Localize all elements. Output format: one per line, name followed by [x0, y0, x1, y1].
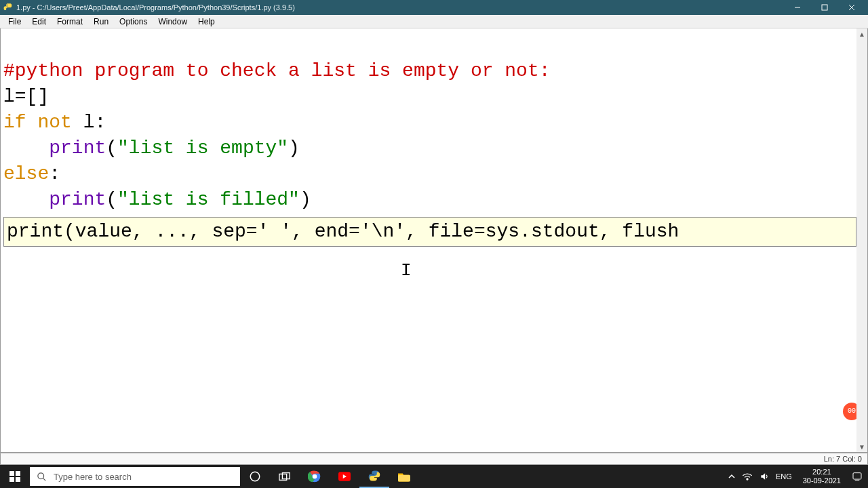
cortana-button[interactable]	[240, 465, 270, 488]
code-string: "list is empty"	[117, 138, 288, 159]
svg-rect-5	[9, 471, 14, 476]
volume-icon[interactable]	[760, 472, 769, 481]
code-editor[interactable]: #python program to check a list is empty…	[1, 28, 856, 452]
svg-rect-7	[9, 477, 14, 482]
code-keyword: if	[3, 112, 26, 133]
scroll-up-icon[interactable]: ▲	[856, 28, 867, 39]
code-keyword: not	[37, 112, 71, 133]
taskbar: Type here to search ENG 20:21 30-09-2021	[0, 465, 868, 488]
svg-point-0	[7, 4, 7, 5]
notifications-icon[interactable]	[852, 471, 863, 482]
tray-chevron-up-icon[interactable]	[728, 473, 735, 480]
svg-point-11	[250, 472, 260, 481]
taskbar-app-youtube[interactable]	[330, 465, 359, 488]
code-punc: (	[106, 189, 117, 210]
badge-text: 00	[848, 399, 856, 424]
menu-help[interactable]: Help	[193, 16, 220, 28]
code-indent	[3, 138, 49, 159]
svg-rect-8	[16, 477, 20, 482]
close-button[interactable]	[838, 0, 865, 15]
app-icon	[3, 2, 14, 13]
svg-rect-2	[822, 5, 827, 10]
task-view-button[interactable]	[270, 465, 300, 488]
scroll-down-icon[interactable]: ▼	[856, 441, 867, 452]
svg-point-18	[747, 479, 748, 480]
svg-point-9	[38, 472, 44, 479]
code-punc: =[]	[15, 86, 49, 107]
code-identifier: l	[3, 86, 15, 107]
code-punc: )	[288, 138, 300, 159]
code-punc: :	[94, 112, 106, 133]
editor-container: #python program to check a list is empty…	[0, 28, 868, 453]
code-punc: )	[300, 189, 311, 210]
search-placeholder: Type here to search	[54, 472, 132, 482]
title-bar: 1.py - C:/Users/Preet/AppData/Local/Prog…	[0, 0, 868, 15]
maximize-button[interactable]	[811, 0, 838, 15]
clock-date: 30-09-2021	[803, 476, 841, 485]
text-cursor-icon: I	[401, 258, 401, 278]
recording-badge: 00	[843, 403, 856, 420]
code-punc: (	[106, 138, 117, 159]
code-builtin: print	[49, 189, 106, 210]
status-bar: Ln: 7 Col: 0	[0, 453, 868, 465]
call-tip: print(value, ..., sep=' ', end='\n', fil…	[3, 217, 856, 247]
taskbar-app-chrome[interactable]	[300, 465, 330, 488]
svg-rect-6	[16, 471, 20, 476]
window-title: 1.py - C:/Users/Preet/AppData/Local/Prog…	[16, 3, 784, 12]
code-comment: #python program to check a list is empty…	[3, 60, 551, 81]
system-tray: ENG 20:21 30-09-2021	[723, 468, 868, 485]
svg-point-15	[313, 474, 317, 479]
svg-rect-17	[398, 475, 410, 482]
code-indent	[3, 189, 49, 210]
code-builtin: print	[49, 138, 106, 159]
language-indicator[interactable]: ENG	[776, 472, 792, 481]
wifi-icon[interactable]	[742, 472, 753, 481]
minimize-button[interactable]	[784, 0, 811, 15]
code-keyword: else	[3, 163, 49, 184]
code-string: "list is filled"	[117, 189, 300, 210]
taskbar-search[interactable]: Type here to search	[30, 467, 240, 486]
scroll-track[interactable]	[856, 39, 867, 441]
menu-options[interactable]: Options	[114, 16, 153, 28]
svg-line-10	[43, 478, 45, 481]
code-punc: :	[49, 163, 60, 184]
menu-bar: File Edit Format Run Options Window Help	[0, 15, 868, 28]
taskbar-app-idle[interactable]	[359, 465, 389, 488]
call-tip-text: print(value, ..., sep=' ', end='\n', fil…	[7, 221, 679, 242]
menu-window[interactable]: Window	[153, 16, 193, 28]
code-identifier: l	[72, 112, 95, 133]
menu-edit[interactable]: Edit	[26, 16, 52, 28]
svg-rect-19	[853, 473, 861, 479]
cursor-position: Ln: 7 Col: 0	[824, 455, 862, 463]
menu-format[interactable]: Format	[52, 16, 88, 28]
taskbar-app-explorer[interactable]	[389, 465, 419, 488]
clock-time: 20:21	[803, 468, 841, 476]
vertical-scrollbar[interactable]: ▲ ▼	[856, 28, 867, 452]
menu-file[interactable]: File	[3, 16, 26, 28]
menu-run[interactable]: Run	[88, 16, 114, 28]
start-button[interactable]	[0, 465, 30, 488]
search-icon	[37, 472, 47, 482]
taskbar-clock[interactable]: 20:21 30-09-2021	[799, 468, 845, 485]
